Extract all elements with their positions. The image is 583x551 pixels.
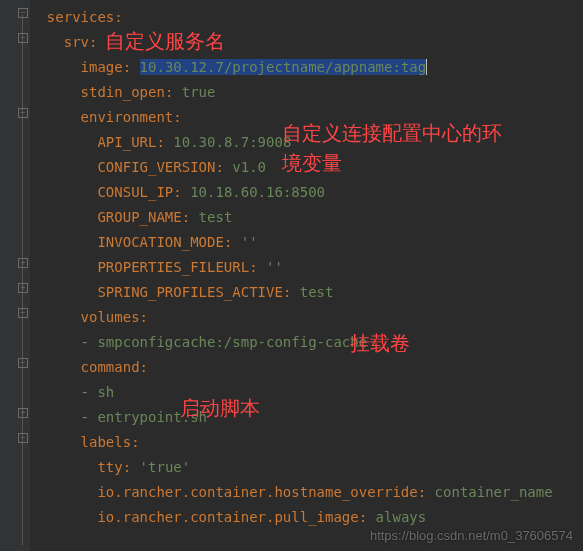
code-line[interactable]: stdin_open: true: [30, 80, 583, 105]
fold-line: [22, 15, 23, 545]
code-line[interactable]: tty: 'true': [30, 455, 583, 480]
code-line[interactable]: - entrypoint.sh: [30, 405, 583, 430]
fold-icon[interactable]: +: [18, 283, 28, 293]
code-line[interactable]: environment:: [30, 105, 583, 130]
code-line[interactable]: API_URL: 10.30.8.7:9008: [30, 130, 583, 155]
code-line[interactable]: SPRING_PROFILES_ACTIVE: test: [30, 280, 583, 305]
code-line[interactable]: - smpconfigcache:/smp-config-cache: [30, 330, 583, 355]
fold-icon[interactable]: −: [18, 108, 28, 118]
code-line[interactable]: services:: [30, 5, 583, 30]
fold-icon[interactable]: −: [18, 33, 28, 43]
watermark: https://blog.csdn.net/m0_37606574: [370, 528, 573, 543]
code-line[interactable]: command:: [30, 355, 583, 380]
gutter: −−−++−−+−: [0, 0, 30, 551]
fold-icon[interactable]: −: [18, 308, 28, 318]
fold-icon[interactable]: −: [18, 8, 28, 18]
fold-icon[interactable]: −: [18, 358, 28, 368]
code-line[interactable]: CONSUL_IP: 10.18.60.16:8500: [30, 180, 583, 205]
fold-icon[interactable]: −: [18, 433, 28, 443]
code-area[interactable]: services: srv: image: 10.30.12.7/project…: [30, 0, 583, 551]
code-line[interactable]: volumes:: [30, 305, 583, 330]
code-line[interactable]: PROPERTIES_FILEURL: '': [30, 255, 583, 280]
code-line[interactable]: srv:: [30, 30, 583, 55]
code-line[interactable]: io.rancher.container.pull_image: always: [30, 505, 583, 530]
code-line[interactable]: - sh: [30, 380, 583, 405]
code-line[interactable]: CONFIG_VERSION: v1.0: [30, 155, 583, 180]
fold-icon[interactable]: +: [18, 408, 28, 418]
code-editor[interactable]: −−−++−−+− services: srv: image: 10.30.12…: [0, 0, 583, 551]
code-line[interactable]: GROUP_NAME: test: [30, 205, 583, 230]
code-line[interactable]: io.rancher.container.hostname_override: …: [30, 480, 583, 505]
code-line[interactable]: labels:: [30, 430, 583, 455]
fold-icon[interactable]: +: [18, 258, 28, 268]
code-line[interactable]: image: 10.30.12.7/projectname/appname:ta…: [30, 55, 583, 80]
code-line[interactable]: INVOCATION_MODE: '': [30, 230, 583, 255]
